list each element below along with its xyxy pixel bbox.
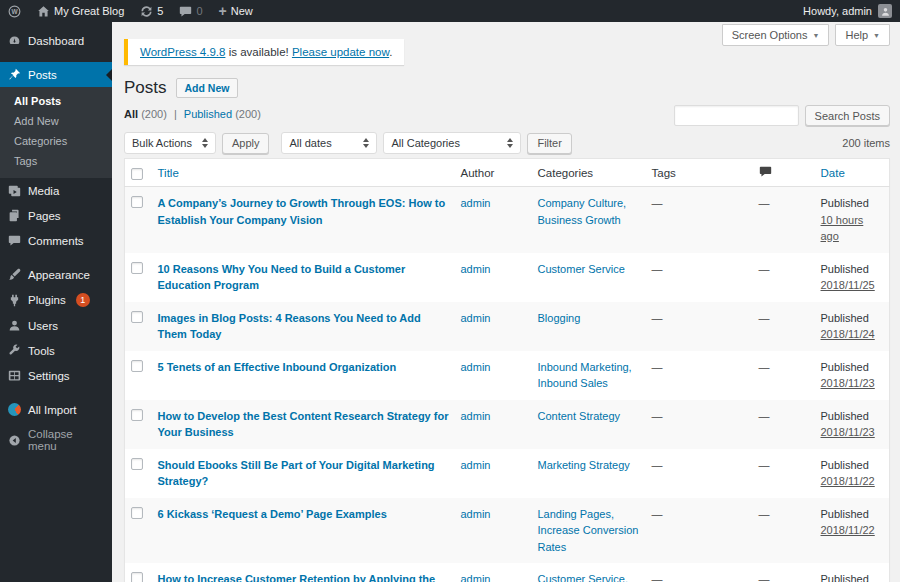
column-header-tags: Tags [646, 159, 753, 187]
post-date[interactable]: 2018/11/23 [821, 375, 884, 392]
submenu-item-all-posts[interactable]: All Posts [0, 91, 112, 111]
search-posts-input[interactable] [674, 105, 799, 126]
categories-links[interactable]: Customer Service, Inbound Methodology [538, 573, 628, 582]
site-name-link[interactable]: My Great Blog [29, 0, 132, 22]
post-date[interactable]: 10 hours ago [821, 212, 884, 245]
add-new-button[interactable]: Add New [176, 78, 239, 98]
categories-links[interactable]: Content Strategy [538, 410, 621, 422]
sidebar-item-settings[interactable]: Settings [0, 363, 112, 388]
account-menu[interactable]: Howdy, admin [803, 4, 900, 18]
comment-bubble-icon [179, 5, 192, 18]
row-checkbox[interactable] [131, 196, 143, 208]
submenu-item-tags[interactable]: Tags [0, 151, 112, 171]
categories-links[interactable]: Landing Pages, Increase Conversion Rates [538, 508, 639, 553]
table-row: Images in Blog Posts: 4 Reasons You Need… [125, 302, 890, 351]
sidebar-item-comments[interactable]: Comments [0, 228, 112, 253]
post-title-link[interactable]: How to Increase Customer Retention by Ap… [158, 573, 436, 582]
user-icon [8, 319, 21, 332]
select-all-checkbox[interactable] [131, 168, 143, 180]
post-title-link[interactable]: 10 Reasons Why You Need to Build a Custo… [158, 263, 406, 292]
author-link[interactable]: admin [461, 573, 491, 582]
sidebar-item-dashboard[interactable]: Dashboard [0, 28, 112, 53]
sidebar-item-label: Plugins [28, 294, 66, 306]
post-date[interactable]: 2018/11/23 [821, 424, 884, 441]
comments-value: — [759, 508, 770, 520]
posts-table: Title Author Categories Tags Date A Comp… [124, 158, 890, 582]
post-title-link[interactable]: Should Ebooks Still Be Part of Your Digi… [158, 459, 435, 488]
post-date[interactable]: 2018/11/22 [821, 473, 884, 490]
comments-column-icon [759, 165, 772, 178]
sidebar-item-users[interactable]: Users [0, 313, 112, 338]
update-now-link[interactable]: Please update now [292, 46, 389, 58]
bulk-actions-select[interactable]: Bulk Actions [124, 132, 216, 154]
sidebar-item-tools[interactable]: Tools [0, 338, 112, 363]
categories-links[interactable]: Blogging [538, 312, 581, 324]
sidebar-item-label: Posts [28, 69, 57, 81]
categories-links[interactable]: Customer Service [538, 263, 625, 275]
sidebar-item-pages[interactable]: Pages [0, 203, 112, 228]
sidebar-item-media[interactable]: Media [0, 178, 112, 203]
author-link[interactable]: admin [461, 197, 491, 209]
post-title-link[interactable]: A Company’s Journey to Growth Through EO… [158, 197, 446, 226]
sidebar-item-appearance[interactable]: Appearance [0, 262, 112, 287]
sidebar-item-label: Comments [28, 235, 84, 247]
screen-options-button[interactable]: Screen Options ▼ [722, 24, 830, 46]
comments-value: — [759, 263, 770, 275]
submenu-item-categories[interactable]: Categories [0, 131, 112, 151]
row-checkbox[interactable] [131, 507, 143, 519]
row-checkbox[interactable] [131, 262, 143, 274]
screen-options-label: Screen Options [732, 29, 808, 41]
collapse-menu-button[interactable]: Collapse menu [0, 422, 112, 458]
submenu-item-add-new[interactable]: Add New [0, 111, 112, 131]
wordpress-menu-button[interactable]: W [0, 0, 29, 22]
search-posts-button[interactable]: Search Posts [805, 105, 890, 126]
categories-links[interactable]: Company Culture, Business Growth [538, 197, 627, 226]
author-link[interactable]: admin [461, 459, 491, 471]
media-icon [8, 184, 21, 197]
post-date[interactable]: 2018/11/24 [821, 326, 884, 343]
sidebar-item-all-import[interactable]: All Import [0, 397, 112, 422]
row-checkbox[interactable] [131, 360, 143, 372]
sidebar-item-plugins[interactable]: Plugins 1 [0, 287, 112, 313]
filter-button[interactable]: Filter [527, 133, 571, 154]
filter-published-link[interactable]: Published [184, 108, 232, 120]
column-header-title[interactable]: Title [152, 159, 455, 187]
post-title-link[interactable]: How to Develop the Best Content Research… [158, 410, 449, 439]
categories-links[interactable]: Marketing Strategy [538, 459, 630, 471]
filter-all-link[interactable]: All [124, 108, 138, 120]
author-link[interactable]: admin [461, 361, 491, 373]
date-filter-select[interactable]: All dates [281, 132, 377, 154]
menu-separator [0, 53, 112, 62]
post-title-link[interactable]: 5 Tenets of an Effective Inbound Organiz… [158, 361, 397, 373]
row-checkbox[interactable] [131, 409, 143, 421]
settings-icon [8, 369, 21, 382]
new-content-button[interactable]: + New [211, 0, 261, 22]
sidebar-item-posts[interactable]: Posts [0, 62, 112, 87]
comments-link[interactable]: 0 [171, 0, 210, 22]
howdy-label: Howdy, admin [803, 5, 872, 17]
category-filter-select[interactable]: All Categories [383, 132, 521, 154]
post-title-link[interactable]: 6 Kickass ‘Request a Demo’ Page Examples [158, 508, 387, 520]
sidebar-item-label: Pages [28, 210, 61, 222]
author-link[interactable]: admin [461, 410, 491, 422]
post-title-link[interactable]: Images in Blog Posts: 4 Reasons You Need… [158, 312, 421, 341]
pages-icon [8, 209, 21, 222]
row-checkbox[interactable] [131, 311, 143, 323]
menu-separator [0, 388, 112, 397]
svg-text:W: W [11, 7, 18, 14]
help-button[interactable]: Help ▼ [835, 24, 890, 46]
row-checkbox[interactable] [131, 458, 143, 470]
table-row: How to Develop the Best Content Research… [125, 400, 890, 449]
post-date[interactable]: 2018/11/22 [821, 522, 884, 539]
author-link[interactable]: admin [461, 263, 491, 275]
author-link[interactable]: admin [461, 508, 491, 520]
wordpress-version-link[interactable]: WordPress 4.9.8 [140, 46, 225, 58]
author-link[interactable]: admin [461, 312, 491, 324]
dashboard-icon [8, 34, 21, 47]
updates-link[interactable]: 5 [132, 0, 171, 22]
post-date[interactable]: 2018/11/25 [821, 277, 884, 294]
categories-links[interactable]: Inbound Marketing, Inbound Sales [538, 361, 632, 390]
column-header-date[interactable]: Date [815, 159, 890, 187]
row-checkbox[interactable] [131, 572, 143, 582]
apply-button[interactable]: Apply [222, 133, 270, 154]
